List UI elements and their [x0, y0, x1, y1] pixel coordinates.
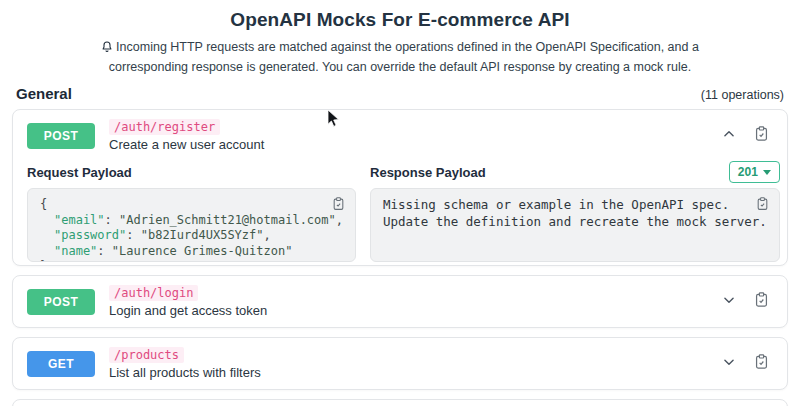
operation-description: Create a new user account — [109, 137, 264, 152]
copy-response-button[interactable] — [756, 197, 769, 214]
copy-request-button[interactable] — [332, 197, 345, 214]
chevron-down-icon — [722, 355, 736, 372]
copy-operation-button[interactable] — [754, 354, 769, 373]
status-code-dropdown[interactable]: 201 — [729, 161, 780, 183]
operation-card-products-id: GET /products/{id} Get product details b… — [12, 399, 788, 406]
operation-header[interactable]: POST /auth/login Login and get access to… — [13, 276, 787, 327]
response-payload-label: Response Payload — [370, 165, 486, 180]
response-panel: Response Payload 201 Missing schema or e… — [370, 159, 780, 262]
operation-card-auth-register: POST /auth/register Create a new user ac… — [12, 109, 788, 266]
copy-operation-button[interactable] — [754, 292, 769, 311]
operations-list: POST /auth/register Create a new user ac… — [0, 109, 800, 406]
operation-header[interactable]: POST /auth/register Create a new user ac… — [13, 110, 787, 161]
expand-button[interactable] — [722, 355, 736, 372]
request-payload-editor[interactable]: { "email": "Adrien_Schmitt21@hotmail.com… — [27, 188, 356, 262]
app-description-text: Incoming HTTP requests are matched again… — [109, 40, 699, 74]
caret-down-icon — [763, 170, 771, 175]
status-code-value: 201 — [738, 165, 758, 179]
section-title: General — [16, 85, 72, 102]
clipboard-check-icon — [332, 197, 345, 214]
method-badge: GET — [27, 351, 95, 377]
page-title: OpenAPI Mocks For E-commerce API — [0, 9, 800, 31]
expand-button[interactable] — [722, 293, 736, 310]
response-message-line: Missing schema or example in the OpenAPI… — [383, 197, 767, 214]
clipboard-check-icon — [756, 197, 769, 214]
clipboard-check-icon — [754, 292, 769, 311]
clipboard-check-icon — [754, 126, 769, 145]
request-panel: Request Payload { "email": "Adrien_Schmi… — [27, 159, 356, 262]
operation-description: List all products with filters — [109, 365, 261, 380]
operation-path: /auth/login — [109, 285, 198, 301]
response-payload-editor[interactable]: Missing schema or example in the OpenAPI… — [370, 188, 780, 262]
operations-count: (11 operations) — [701, 88, 784, 102]
operation-header[interactable]: GET /products List all products with fil… — [13, 338, 787, 389]
section-header: General (11 operations) — [0, 76, 800, 109]
operation-card-auth-login: POST /auth/login Login and get access to… — [12, 275, 788, 328]
clipboard-check-icon — [754, 354, 769, 373]
app-description: Incoming HTTP requests are matched again… — [96, 38, 704, 76]
payload-panels: Request Payload { "email": "Adrien_Schmi… — [13, 159, 787, 265]
app-header: OpenAPI Mocks For E-commerce API Incomin… — [0, 0, 800, 76]
method-badge: POST — [27, 123, 95, 149]
request-payload-label: Request Payload — [27, 165, 132, 180]
operation-path: /products — [109, 347, 184, 363]
operation-path: /auth/register — [109, 119, 220, 135]
response-message-line: Update the definition and recreate the m… — [383, 214, 767, 231]
collapse-button[interactable] — [722, 127, 736, 144]
copy-operation-button[interactable] — [754, 126, 769, 145]
operation-card-products: GET /products List all products with fil… — [12, 337, 788, 390]
operation-header[interactable]: GET /products/{id} Get product details b… — [13, 400, 787, 406]
chevron-down-icon — [722, 293, 736, 310]
bell-icon — [101, 40, 113, 58]
chevron-up-icon — [722, 127, 736, 144]
operation-description: Login and get access token — [109, 303, 267, 318]
method-badge: POST — [27, 289, 95, 315]
